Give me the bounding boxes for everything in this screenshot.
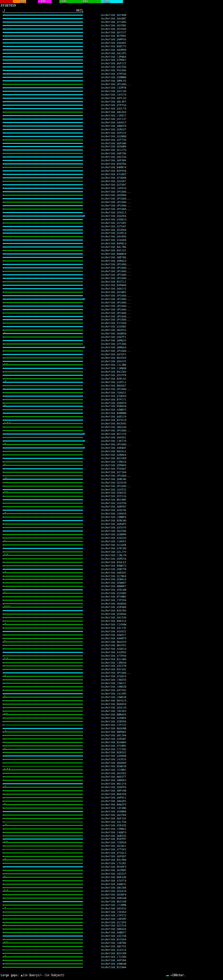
alignment-bar[interactable]	[3, 115, 83, 116]
alignment-bar[interactable]	[3, 863, 83, 864]
alignment-bar[interactable]	[3, 340, 83, 341]
hit-id-label[interactable]: UniRef100_UP1000...	[101, 263, 131, 266]
hit-id-label[interactable]: UniRef100_Q4E0X5	[101, 571, 126, 574]
hit-id-label[interactable]: UniRef100_C4JEY6	[101, 758, 126, 761]
hit-id-label[interactable]: UniRef100_Q16XB2	[101, 325, 126, 328]
hit-id-label[interactable]: UniRef100_A6QD04	[101, 602, 126, 605]
alignment-bar[interactable]	[3, 129, 83, 130]
alignment-bar[interactable]	[3, 278, 83, 279]
hit-id-label[interactable]: UniRef100_Q2GGK7	[101, 180, 126, 183]
hit-id-label[interactable]: UniRef100_C1BLY8	[101, 554, 126, 557]
alignment-bar[interactable]	[3, 126, 83, 127]
alignment-bar[interactable]	[3, 32, 83, 33]
hit-id-label[interactable]: UniRef100_Q11QX8	[101, 543, 126, 546]
hit-id-label[interactable]: UniRef100_A9BD57	[101, 931, 126, 934]
hit-id-label[interactable]: UniRef100_Q5GTF8	[101, 374, 126, 377]
alignment-bar[interactable]	[3, 240, 83, 240]
alignment-bar[interactable]	[3, 614, 83, 615]
hit-id-label[interactable]: UniRef100_A6S5E3	[101, 772, 126, 775]
alignment-bar[interactable]	[3, 361, 83, 362]
alignment-bar[interactable]	[3, 319, 83, 320]
hit-id-label[interactable]: UniRef100_Q1RTL2	[101, 381, 126, 384]
alignment-bar[interactable]	[3, 912, 83, 913]
alignment-bar[interactable]	[3, 472, 83, 473]
alignment-bar[interactable]	[3, 638, 83, 639]
alignment-bar[interactable]	[3, 184, 83, 185]
alignment-bar[interactable]	[3, 98, 83, 99]
alignment-bar[interactable]	[3, 42, 83, 43]
alignment-bar[interactable]	[3, 610, 83, 611]
alignment-bar[interactable]	[3, 732, 83, 732]
hit-id-label[interactable]: UniRef100_UP1000...	[101, 197, 131, 200]
hit-id-label[interactable]: UniRef100_Q9ZDH4	[101, 194, 126, 197]
hit-id-label[interactable]: UniRef100_B4ECT1	[101, 45, 126, 48]
hit-id-label[interactable]: UniRef100_A0NT87	[101, 505, 126, 508]
hit-id-label[interactable]: UniRef100_Q9BYT8	[101, 568, 126, 571]
hit-id-label[interactable]: UniRef100_Q7M9K1	[101, 59, 126, 62]
hit-id-label[interactable]: UniRef100_C3MX50	[101, 661, 126, 664]
alignment-bar[interactable]	[3, 305, 83, 307]
hit-id-label[interactable]: UniRef100_C9NE28	[101, 685, 126, 688]
alignment-bar[interactable]	[3, 434, 84, 434]
hit-id-label[interactable]: UniRef100_Q9G916	[101, 907, 126, 910]
hit-id-label[interactable]: UniRef100_B3Q7N3	[101, 609, 126, 612]
alignment-bar[interactable]	[3, 513, 83, 514]
hit-id-label[interactable]: UniRef100_B6K3V0	[101, 792, 126, 796]
hit-id-label[interactable]: UniRef100_Q32LT4	[101, 107, 126, 110]
alignment-bar[interactable]	[3, 842, 83, 843]
alignment-bar[interactable]	[3, 953, 83, 954]
alignment-bar[interactable]	[3, 832, 83, 833]
hit-id-label[interactable]: UniRef100_UP1000...	[101, 671, 131, 675]
alignment-bar[interactable]	[3, 285, 83, 286]
alignment-bar[interactable]	[3, 496, 83, 497]
hit-id-label[interactable]: UniRef100_UP1000...	[101, 273, 131, 276]
alignment-bar[interactable]	[3, 492, 83, 493]
hit-id-label[interactable]: UniRef100_Q3Y137	[101, 118, 126, 121]
hit-id-label[interactable]: UniRef100_B9WJF3	[101, 803, 126, 806]
hit-id-label[interactable]: UniRef100_C1KR17	[101, 114, 126, 117]
alignment-bar[interactable]	[3, 956, 83, 958]
alignment-bar[interactable]	[3, 724, 83, 725]
hit-id-label[interactable]: UniRef100_B1LUN4	[101, 658, 126, 661]
hit-id-label[interactable]: UniRef100_Q2TU97	[101, 225, 126, 228]
alignment-bar[interactable]	[3, 752, 83, 753]
alignment-bar[interactable]	[3, 22, 83, 22]
hit-id-label[interactable]: UniRef100_C1H6F2	[101, 540, 126, 543]
hit-id-label[interactable]: UniRef100_Q7YAM3	[101, 21, 126, 24]
hit-id-label[interactable]: UniRef100_B6CHN5	[101, 498, 126, 501]
hit-id-label[interactable]: UniRef100_Q5WH07	[101, 581, 126, 584]
alignment-bar[interactable]	[3, 77, 83, 78]
hit-id-label[interactable]: UniRef100_C5FYZ2	[101, 724, 126, 727]
hit-id-label[interactable]: UniRef100_B5VHF3	[101, 865, 126, 869]
alignment-bar[interactable]	[3, 704, 83, 705]
hit-id-label[interactable]: UniRef100_Q55116	[101, 495, 126, 498]
alignment-bar[interactable]	[3, 742, 83, 743]
hit-id-label[interactable]: UniRef100_B4NMW8	[101, 412, 126, 415]
hit-id-label[interactable]: UniRef100_Q9YC96	[101, 90, 126, 93]
hit-id-label[interactable]: UniRef100_Q1NDM9	[101, 533, 126, 536]
alignment-bar[interactable]	[3, 714, 83, 715]
alignment-bar[interactable]	[3, 53, 83, 54]
alignment-bar[interactable]	[3, 821, 83, 822]
hit-id-label[interactable]: UniRef100_C1V99W	[101, 623, 126, 626]
hit-id-label[interactable]: UniRef100_Q6CPK0	[101, 813, 126, 817]
hit-id-label[interactable]: UniRef100_C7GJR1	[101, 862, 126, 865]
alignment-bar[interactable]	[3, 773, 83, 774]
alignment-bar[interactable]	[3, 14, 83, 16]
alignment-bar[interactable]	[3, 925, 83, 926]
hit-id-label[interactable]: UniRef100_C3KTJ9	[101, 439, 126, 442]
hit-id-label[interactable]: UniRef100_A5DBR8	[101, 810, 126, 813]
alignment-bar[interactable]	[3, 790, 83, 791]
alignment-bar[interactable]	[3, 648, 83, 649]
alignment-bar[interactable]	[3, 119, 83, 119]
alignment-bar[interactable]	[3, 426, 83, 428]
alignment-bar[interactable]	[3, 219, 83, 220]
hit-id-label[interactable]: UniRef100_B9WK72	[101, 564, 126, 567]
hit-id-label[interactable]: UniRef100_Q9V4E0	[101, 235, 126, 238]
alignment-bar[interactable]	[3, 721, 83, 722]
alignment-bar[interactable]	[3, 939, 83, 940]
hit-id-label[interactable]: UniRef100_Q75AL5	[101, 851, 126, 854]
hit-id-label[interactable]: UniRef100_C5M8A1	[101, 827, 126, 830]
alignment-bar[interactable]	[3, 735, 83, 736]
alignment-bar[interactable]	[3, 918, 83, 920]
